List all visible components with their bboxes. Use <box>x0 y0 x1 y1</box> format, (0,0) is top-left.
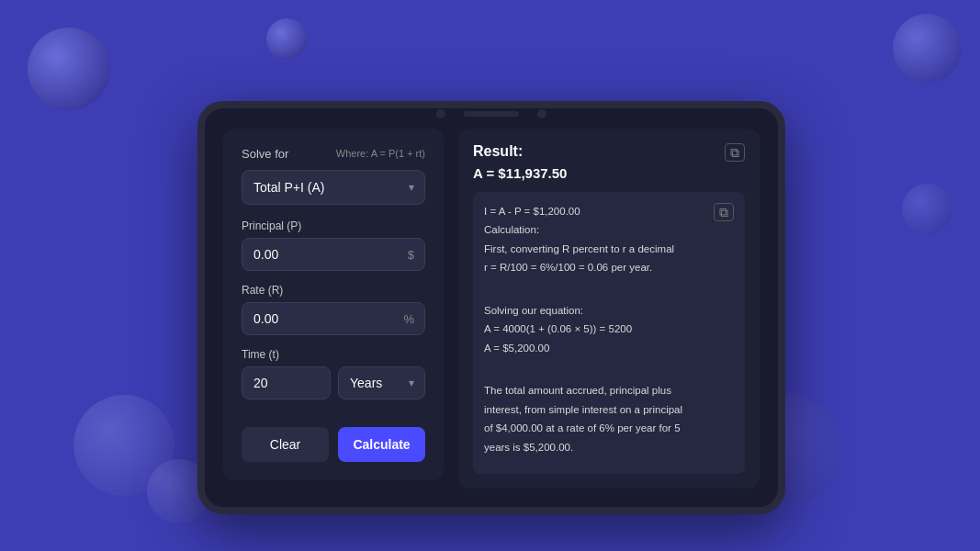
tablet-camera <box>436 109 445 118</box>
detail-line-4: r = R/100 = 6%/100 = 0.06 per year. <box>484 259 682 276</box>
decoration-orb-1 <box>28 28 110 110</box>
principal-input[interactable] <box>242 238 425 271</box>
tablet-top-bar <box>205 108 778 119</box>
solve-for-select[interactable]: Total P+I (A) Principal (P) Rate (R) Tim… <box>242 170 425 205</box>
principal-label: Principal (P) <box>242 219 425 232</box>
decoration-orb-3 <box>893 14 962 83</box>
time-label: Time (t) <box>242 348 425 361</box>
solve-for-header: Solve for Where: A = P(1 + rt) <box>242 147 425 161</box>
button-row: Clear Calculate <box>242 427 425 462</box>
principal-input-wrapper: $ <box>242 238 425 271</box>
detail-line-11: years is $5,200.00. <box>484 439 682 455</box>
detail-spacer-1 <box>484 283 682 299</box>
time-unit-wrapper: Years Months Days ▾ <box>338 366 425 399</box>
solve-for-label: Solve for <box>242 147 288 161</box>
detail-line-6: A = 4000(1 + (0.06 × 5)) = 5200 <box>484 320 682 337</box>
detail-line-5: Solving our equation: <box>484 302 682 319</box>
detail-line-1: I = A - P = $1,200.00 <box>484 203 682 219</box>
result-header: Result: ⧉ <box>473 143 745 162</box>
detail-spacer-2 <box>484 364 682 380</box>
time-input-wrapper <box>242 366 331 414</box>
calculate-button[interactable]: Calculate <box>338 427 425 462</box>
time-input[interactable] <box>242 366 331 399</box>
solve-for-wrapper: Total P+I (A) Principal (P) Rate (R) Tim… <box>242 170 425 205</box>
detail-line-2: Calculation: <box>484 221 682 238</box>
result-detail-text: I = A - P = $1,200.00 Calculation: First… <box>484 203 682 457</box>
result-title: Result: <box>473 143 523 160</box>
detail-line-10: of $4,000.00 at a rate of 6% per year fo… <box>484 420 682 436</box>
detail-line-9: interest, from simple interest on a prin… <box>484 401 682 418</box>
rate-label: Rate (R) <box>242 284 425 297</box>
tablet-frame: Solve for Where: A = P(1 + rt) Total P+I… <box>197 101 785 514</box>
result-main-value: A = $11,937.50 <box>473 165 745 181</box>
detail-copy-icon[interactable]: ⧉ <box>714 203 734 221</box>
clear-button[interactable]: Clear <box>242 427 329 462</box>
formula-label: Where: A = P(1 + rt) <box>336 148 425 159</box>
rate-input-wrapper: % <box>242 302 425 335</box>
copy-icon[interactable]: ⧉ <box>725 143 745 162</box>
calculator-panel: Solve for Where: A = P(1 + rt) Total P+I… <box>223 129 444 480</box>
detail-line-8: The total amount accrued, principal plus <box>484 382 682 399</box>
tablet-mic <box>537 109 546 118</box>
tablet-content: Solve for Where: A = P(1 + rt) Total P+I… <box>205 119 778 507</box>
detail-line-7: A = $5,200.00 <box>484 340 682 356</box>
time-unit-select[interactable]: Years Months Days <box>338 366 425 399</box>
decoration-orb-2 <box>266 18 308 60</box>
tablet-speaker <box>464 111 519 117</box>
result-detail-box: I = A - P = $1,200.00 Calculation: First… <box>473 192 745 474</box>
decoration-orb-7 <box>902 184 952 234</box>
result-detail-header: I = A - P = $1,200.00 Calculation: First… <box>484 203 734 457</box>
detail-line-3: First, converting R percent to r a decim… <box>484 241 682 257</box>
result-panel: Result: ⧉ A = $11,937.50 I = A - P = $1,… <box>458 129 760 489</box>
time-row: Years Months Days ▾ <box>242 366 425 414</box>
rate-input[interactable] <box>242 302 425 335</box>
